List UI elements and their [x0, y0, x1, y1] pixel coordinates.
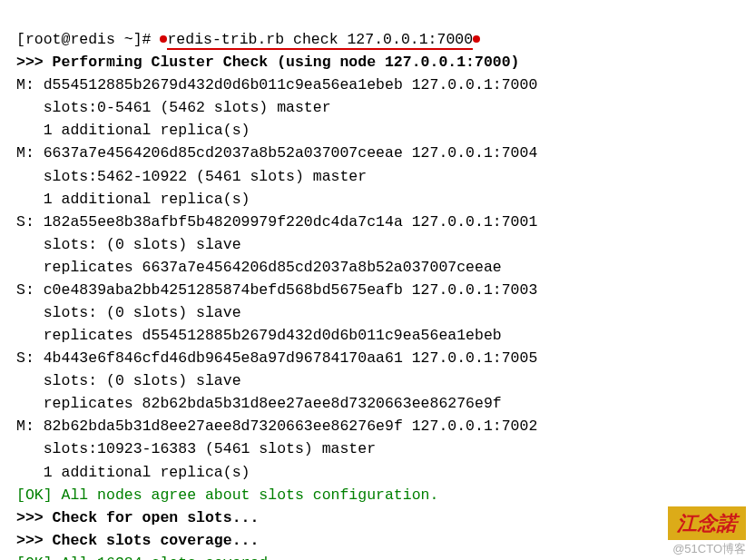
node-line: M: d554512885b2679d432d0d6b011c9ea56ea1e… [16, 76, 537, 93]
node-replica: 1 additional replica(s) [16, 122, 250, 139]
node-replica: replicates d554512885b2679d432d0d6b011c9… [16, 327, 502, 344]
node-slots: slots: (0 slots) slave [16, 236, 241, 253]
ok-line: [OK] All 16384 slots covered. [16, 555, 277, 560]
shell-prompt: [root@redis ~]# [16, 31, 160, 48]
cluster-check-header: >>> Performing Cluster Check (using node… [16, 54, 520, 71]
ok-line: [OK] All nodes agree about slots configu… [16, 486, 438, 504]
entered-command: redis-trib.rb check 127.0.0.1:7000 [167, 31, 473, 50]
check-slots-coverage: >>> Check slots coverage... [16, 532, 259, 549]
node-slots: slots:10923-16383 (5461 slots) master [16, 440, 376, 457]
watermark-badge: 江念諾 [668, 506, 746, 540]
node-line: S: 4b443e6f846cfd46db9645e8a97d96784170a… [16, 349, 537, 367]
underline-end-dot [473, 35, 480, 43]
watermark-text: @51CTO博客 [672, 540, 746, 558]
node-line: S: c0e4839aba2bb4251285874befd568bd5675e… [16, 281, 537, 299]
node-slots: slots: (0 slots) slave [16, 372, 241, 389]
terminal-output: [root@redis ~]# redis-trib.rb check 127.… [0, 0, 755, 560]
check-open-slots: >>> Check for open slots... [16, 509, 259, 526]
node-slots: slots:0-5461 (5462 slots) master [16, 99, 331, 116]
node-line: M: 82b62bda5b31d8ee27aee8d7320663ee86276… [16, 418, 537, 435]
node-replica: replicates 82b62bda5b31d8ee27aee8d732066… [16, 395, 502, 412]
node-replica: 1 additional replica(s) [16, 191, 250, 208]
node-line: S: 182a55ee8b38afbf5b48209979f220dc4da7c… [16, 213, 537, 231]
node-slots: slots:5462-10922 (5461 slots) master [16, 168, 367, 185]
node-line: M: 6637a7e4564206d85cd2037a8b52a037007ce… [16, 144, 537, 162]
node-replica: 1 additional replica(s) [16, 464, 250, 481]
node-slots: slots: (0 slots) slave [16, 304, 241, 321]
node-replica: replicates 6637a7e4564206d85cd2037a8b52a… [16, 259, 502, 276]
